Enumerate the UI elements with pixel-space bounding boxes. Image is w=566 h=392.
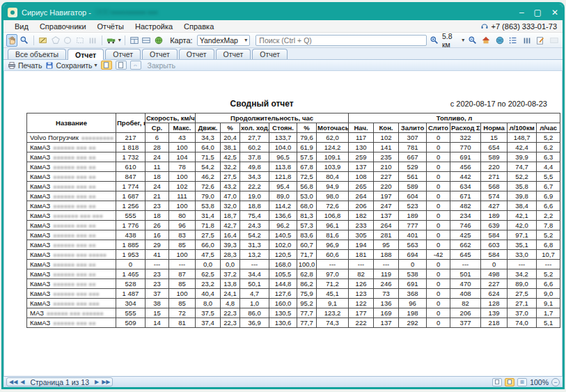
menu-view[interactable]: Вид (9, 22, 34, 31)
table-cell: 75,4 (240, 211, 269, 221)
vehicle-dropdown-icon[interactable] (106, 34, 117, 47)
table-cell: 35,1 (508, 240, 537, 250)
view-single-button[interactable] (492, 378, 502, 386)
last-page-button[interactable]: ▶▶ (102, 378, 110, 386)
edit-note-icon[interactable] (535, 34, 547, 47)
close-report-button[interactable]: Закрыть (148, 61, 175, 70)
table-cell: 50,1 (240, 279, 269, 289)
app-window: Сириус Навигатор - ООО ●●●●●●●●●● ●●● – … (1, 2, 565, 389)
table-cell: 23,2 (196, 279, 221, 289)
table-cell: 0 (427, 143, 450, 152)
table-cell: --- (450, 260, 481, 269)
globe-icon[interactable] (494, 34, 505, 47)
tab-all-objects[interactable]: Все объекты (8, 49, 66, 59)
map-select[interactable]: YandexMap ▾ (197, 35, 251, 46)
table-cell: 160,0 (269, 299, 297, 308)
tab-report-3[interactable]: Отчет (142, 49, 178, 59)
report-title: Сводный отчет (105, 99, 294, 109)
polygon-tool-icon[interactable] (50, 34, 61, 47)
table-cell: 498 (481, 269, 508, 279)
prev-page-button[interactable]: ◀ (20, 378, 24, 386)
redacted-plate: ●●●●●● ●●● ●● (53, 242, 95, 249)
table-cell: 589 (399, 182, 427, 191)
table-cell: 100 (169, 172, 196, 182)
search-input[interactable] (256, 35, 427, 46)
group-speed: Скорость, км/ч (146, 113, 196, 123)
image-view-icon[interactable] (548, 34, 560, 47)
save-button[interactable]: Сохранить ▾ (45, 61, 97, 70)
table-cell: 56,8 (297, 182, 317, 191)
home-icon[interactable] (480, 34, 492, 47)
menu-reports[interactable]: Отчёты (92, 22, 129, 31)
pan-tool-icon[interactable] (6, 34, 17, 47)
table-cell: 6,7 (537, 182, 560, 191)
map-scale-dropdown[interactable]: 5.8 км ▾ (442, 32, 464, 49)
view-multi-button[interactable]: ⊞ (517, 378, 527, 386)
circle-tool-icon[interactable] (63, 34, 74, 47)
tab-report-4[interactable]: Отчет (179, 49, 214, 59)
menu-directories[interactable]: Справочники (34, 22, 92, 31)
table-cell: 15 (146, 308, 169, 318)
table-cell: 75,9 (297, 289, 317, 299)
rect-tool-icon[interactable] (74, 34, 86, 47)
vehicle-dropdown-caret[interactable]: ▾ (118, 37, 121, 43)
printer-icon (8, 61, 16, 70)
fence-tool-icon[interactable] (87, 34, 98, 47)
col-fuel-drained: Слито (427, 123, 450, 133)
table-row: КамАЗ●●●●●● ●●● ●●1 7742410272,643,222,2… (27, 182, 560, 191)
zoom-out-button[interactable]: − (551, 378, 560, 386)
view-continuous-button[interactable] (505, 378, 514, 386)
table-cell: 57,5 (297, 152, 317, 162)
table-cell: 168,0 (269, 260, 297, 269)
table-cell: 1,7 (537, 308, 560, 318)
menu-help[interactable]: Справка (178, 22, 219, 31)
fit-page-button[interactable]: ⇔ (130, 61, 141, 70)
table-cell: 9,0 (537, 289, 560, 299)
table-cell: 83,6 (297, 230, 317, 240)
list-icon[interactable] (508, 34, 519, 47)
zoom-in-map-icon[interactable] (428, 34, 440, 47)
table-cell: 34,4 (240, 269, 269, 279)
first-page-button[interactable]: ◀◀ (9, 378, 17, 386)
menu-settings[interactable]: Настройка (129, 22, 178, 31)
table-cell: 408 (450, 289, 481, 299)
table-cell: 23 (146, 201, 169, 211)
map-edit-icon[interactable] (38, 34, 49, 47)
zoom-tool-icon[interactable] (19, 34, 30, 47)
table-cell: 584 (481, 230, 508, 240)
table-cell: 18 (146, 211, 169, 221)
table-cell: 13,8 (221, 279, 240, 289)
continuous-view-button[interactable] (116, 61, 127, 70)
tab-report-2[interactable]: Отчет (105, 49, 141, 59)
geofence-icon[interactable] (521, 34, 533, 47)
table-row: КамАЗ●●●●●● ●●● ●●1 2562310053,832,018,8… (27, 201, 560, 211)
close-button[interactable]: ✕ (551, 8, 558, 17)
table-cell: 0 (427, 172, 450, 182)
table-cell: 0 (481, 260, 508, 269)
col-fuel-start: Нач. (349, 123, 374, 133)
minimize-button[interactable]: – (519, 8, 524, 17)
table-cell: 368 (399, 289, 427, 299)
table-cell: 691 (450, 152, 481, 162)
report-period: с 2020-08-17 по 2020-08-23 (450, 100, 547, 108)
tab-report-active[interactable]: Отчет (68, 49, 104, 60)
tab-report-5[interactable]: Отчет (216, 49, 251, 59)
table-cell: 39,9 (508, 152, 537, 162)
zoom-out-map-icon[interactable] (466, 34, 478, 47)
table-cell: 264 (374, 221, 399, 230)
maximize-button[interactable]: ▢ (534, 8, 542, 17)
globe-tool-icon[interactable] (153, 34, 164, 47)
table-cell: 770 (450, 143, 481, 152)
table-cell: 57,3 (297, 221, 317, 230)
table-cell: 22,2 (240, 182, 269, 191)
vehicle-name-cell: КамАЗ●●●●●● ●●● ●● (27, 143, 116, 152)
print-button[interactable]: Печать (8, 61, 42, 70)
tab-report-6[interactable]: Отчет (252, 49, 288, 59)
single-page-view-button[interactable] (101, 61, 112, 70)
table-cell: 37 (146, 289, 169, 299)
next-page-button[interactable]: ▶ (95, 378, 99, 386)
table-cell: 247 (374, 201, 399, 211)
table-cell: 189 (481, 211, 508, 221)
panel-split-icon[interactable] (141, 34, 152, 47)
panel-table-icon[interactable] (129, 34, 140, 47)
